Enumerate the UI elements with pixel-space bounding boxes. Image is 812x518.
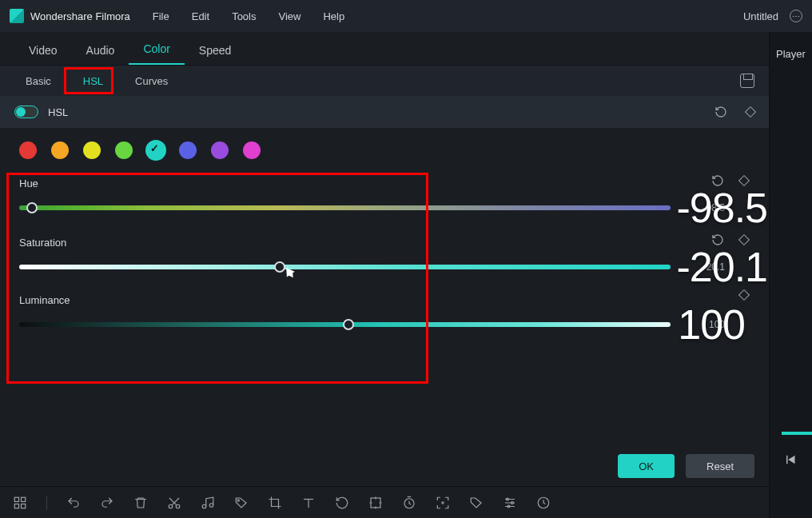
redo-icon[interactable]: [100, 496, 114, 510]
hue-big-value: -98.5: [676, 184, 767, 232]
svg-point-8: [237, 499, 239, 500]
player-tab[interactable]: Player: [770, 48, 812, 60]
luminance-big-value: 100: [678, 301, 745, 349]
player-accent: [782, 432, 812, 435]
timeline-toolbar: [0, 486, 769, 518]
main-menu: File Edit Tools View Help: [153, 10, 344, 22]
refresh-icon[interactable]: [536, 496, 551, 510]
swatch-aqua[interactable]: [147, 141, 165, 159]
luminance-slider[interactable]: [19, 322, 671, 327]
svg-point-6: [202, 504, 206, 508]
step-back-icon[interactable]: [784, 452, 798, 470]
hue-slider[interactable]: [19, 205, 671, 210]
help-icon[interactable]: ⋯: [790, 10, 802, 22]
timer-icon[interactable]: [402, 496, 416, 510]
color-subtabs: Basic HSL Curves: [0, 66, 769, 96]
hsl-toggle-label: HSL: [48, 106, 68, 118]
luminance-slider-block: Luminance: [19, 294, 748, 330]
swatch-yellow[interactable]: [83, 141, 101, 159]
subtab-curves[interactable]: Curves: [124, 70, 179, 92]
luminance-keyframe-icon[interactable]: [738, 289, 750, 301]
hsl-sliders-area: Hue -98.5 Saturation: [0, 173, 769, 518]
transform-icon[interactable]: [368, 496, 383, 510]
sliders-icon[interactable]: [503, 496, 517, 510]
toolbar-divider: [46, 496, 47, 510]
menu-tools[interactable]: Tools: [232, 10, 256, 22]
focus-icon[interactable]: [436, 496, 450, 510]
rotate-icon[interactable]: [335, 496, 349, 510]
luminance-thumb[interactable]: [343, 319, 354, 330]
swatch-magenta[interactable]: [243, 141, 261, 159]
tab-video[interactable]: Video: [14, 36, 72, 65]
svg-point-11: [442, 501, 444, 503]
saturation-big-value: -20.1: [676, 243, 767, 291]
undo-icon[interactable]: [66, 496, 81, 510]
swatch-red[interactable]: [19, 141, 37, 159]
swatch-green[interactable]: [115, 141, 133, 159]
tab-audio[interactable]: Audio: [72, 36, 129, 65]
swatch-orange[interactable]: [51, 141, 69, 159]
svg-rect-9: [371, 498, 380, 508]
crop-icon[interactable]: [268, 496, 282, 510]
svg-rect-1: [22, 497, 26, 501]
text-icon[interactable]: [301, 496, 316, 510]
luminance-label: Luminance: [19, 294, 748, 306]
menu-view[interactable]: View: [278, 10, 301, 22]
editor-panel: Video Audio Color Speed Basic HSL Curves…: [0, 32, 769, 518]
svg-point-7: [209, 503, 213, 507]
menu-file[interactable]: File: [153, 10, 169, 22]
svg-point-5: [176, 504, 180, 508]
music-icon[interactable]: [201, 496, 215, 510]
svg-point-4: [169, 504, 173, 508]
svg-rect-16: [786, 456, 788, 464]
svg-rect-2: [14, 504, 18, 508]
keyframe-icon[interactable]: [745, 106, 756, 118]
ok-button[interactable]: OK: [618, 454, 675, 478]
tab-speed[interactable]: Speed: [185, 36, 245, 65]
titlebar: Wondershare Filmora File Edit Tools View…: [0, 0, 812, 32]
save-preset-icon[interactable]: [740, 74, 754, 88]
hsl-toggle[interactable]: [14, 106, 38, 118]
property-tabs: Video Audio Color Speed: [0, 32, 769, 66]
svg-rect-3: [22, 504, 26, 508]
tab-color[interactable]: Color: [129, 34, 184, 65]
tag-icon[interactable]: [234, 496, 249, 510]
menu-edit[interactable]: Edit: [192, 10, 209, 22]
hue-label: Hue: [19, 177, 748, 189]
hsl-toggle-row: HSL: [0, 96, 769, 128]
grid-icon[interactable]: [13, 496, 27, 510]
project-title: Untitled: [743, 10, 778, 22]
delete-icon[interactable]: [133, 496, 148, 510]
subtab-hsl[interactable]: HSL: [72, 70, 114, 92]
hue-slider-block: Hue: [19, 177, 748, 213]
player-panel: Player: [769, 32, 812, 518]
app-logo-icon: [10, 9, 24, 23]
svg-rect-0: [14, 497, 18, 501]
swatch-blue[interactable]: [179, 141, 197, 159]
hue-thumb[interactable]: [26, 202, 38, 213]
saturation-label: Saturation: [19, 237, 748, 249]
reset-section-icon[interactable]: [714, 106, 727, 118]
tag2-icon[interactable]: [469, 496, 484, 510]
subtab-basic[interactable]: Basic: [14, 70, 62, 92]
swatch-purple[interactable]: [211, 141, 229, 159]
cut-icon[interactable]: [167, 496, 181, 510]
dialog-buttons: OK Reset: [618, 454, 754, 478]
saturation-slider-block: Saturation: [19, 237, 748, 273]
color-swatches: [0, 128, 769, 173]
app-name: Wondershare Filmora: [30, 10, 130, 22]
menu-help[interactable]: Help: [323, 10, 344, 22]
reset-button[interactable]: Reset: [686, 454, 754, 478]
saturation-slider[interactable]: [19, 265, 671, 269]
